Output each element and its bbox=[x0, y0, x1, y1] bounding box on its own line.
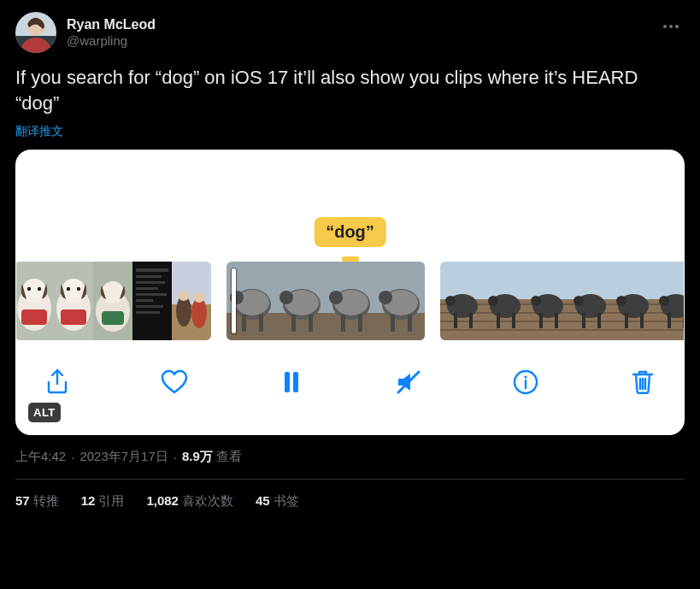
likes-stat[interactable]: 1,082喜欢次数 bbox=[146, 493, 233, 509]
svg-point-103 bbox=[574, 296, 584, 306]
svg-rect-126 bbox=[285, 372, 290, 392]
timeline-frame bbox=[526, 262, 568, 340]
svg-rect-127 bbox=[293, 372, 298, 392]
svg-rect-84 bbox=[497, 313, 500, 328]
media-attachment[interactable]: “dog” bbox=[15, 150, 685, 435]
clip-group[interactable] bbox=[440, 262, 684, 340]
timeline-frame bbox=[93, 262, 132, 340]
tweet-header: Ryan McLeod @warpling bbox=[15, 12, 685, 53]
svg-point-5 bbox=[669, 25, 673, 28]
svg-rect-30 bbox=[136, 305, 163, 308]
svg-point-123 bbox=[659, 296, 669, 306]
svg-rect-31 bbox=[136, 311, 160, 314]
svg-rect-125 bbox=[683, 313, 684, 328]
svg-rect-26 bbox=[136, 281, 165, 284]
svg-rect-94 bbox=[539, 313, 543, 328]
svg-point-4 bbox=[663, 25, 667, 28]
like-button[interactable] bbox=[156, 363, 193, 401]
pause-button[interactable] bbox=[273, 363, 310, 401]
timeline-frame bbox=[654, 262, 684, 340]
timeline-frame bbox=[16, 262, 54, 340]
svg-rect-85 bbox=[512, 313, 515, 328]
svg-point-37 bbox=[194, 292, 204, 303]
author-block[interactable]: Ryan McLeod @warpling bbox=[15, 12, 156, 53]
svg-rect-104 bbox=[582, 313, 585, 328]
svg-point-21 bbox=[102, 281, 124, 303]
tweet-meta[interactable]: 上午4:42 · 2023年7月17日 · 8.9万 查看 bbox=[15, 449, 685, 480]
meta-view-label: 查看 bbox=[216, 449, 242, 465]
timeline-frame bbox=[483, 262, 526, 340]
svg-point-83 bbox=[488, 296, 498, 306]
timeline-frame bbox=[375, 262, 425, 340]
handle[interactable]: @warpling bbox=[67, 32, 156, 50]
svg-rect-115 bbox=[640, 313, 644, 328]
svg-rect-29 bbox=[136, 299, 153, 302]
svg-point-73 bbox=[445, 296, 456, 306]
svg-rect-43 bbox=[242, 315, 246, 332]
svg-rect-51 bbox=[309, 315, 313, 332]
svg-point-49 bbox=[279, 291, 293, 304]
meta-time: 上午4:42 bbox=[15, 449, 66, 465]
caption-bubble: “dog” bbox=[314, 217, 386, 247]
svg-point-16 bbox=[67, 287, 70, 291]
svg-rect-12 bbox=[21, 309, 47, 325]
more-button[interactable] bbox=[657, 12, 685, 37]
svg-rect-74 bbox=[454, 313, 457, 328]
meta-view-count: 8.9万 bbox=[182, 449, 213, 465]
svg-point-35 bbox=[179, 291, 189, 301]
svg-rect-22 bbox=[102, 311, 124, 325]
timeline-frame bbox=[276, 262, 326, 340]
svg-rect-75 bbox=[469, 313, 473, 328]
svg-rect-24 bbox=[136, 268, 168, 272]
svg-rect-28 bbox=[136, 293, 167, 296]
svg-rect-18 bbox=[61, 309, 86, 325]
timeline-frame bbox=[54, 262, 93, 340]
svg-rect-114 bbox=[625, 313, 628, 328]
display-name[interactable]: Ryan McLeod bbox=[67, 16, 156, 32]
svg-point-93 bbox=[531, 296, 541, 306]
alt-badge[interactable]: ALT bbox=[28, 403, 61, 422]
timeline-frame bbox=[611, 262, 654, 340]
timeline-frame bbox=[172, 262, 211, 340]
mute-button[interactable] bbox=[390, 363, 427, 401]
svg-rect-95 bbox=[555, 313, 558, 328]
delete-button[interactable] bbox=[624, 363, 662, 401]
svg-point-63 bbox=[379, 291, 392, 304]
svg-point-11 bbox=[38, 287, 41, 291]
svg-rect-50 bbox=[291, 315, 296, 332]
tweet-stats: 57转推 12引用 1,082喜欢次数 45书签 bbox=[15, 480, 685, 509]
bookmarks-stat[interactable]: 45书签 bbox=[256, 493, 299, 509]
media-toolbar bbox=[16, 340, 684, 434]
tweet-container: Ryan McLeod @warpling If you search for … bbox=[0, 0, 700, 589]
svg-point-56 bbox=[329, 291, 343, 304]
svg-rect-64 bbox=[391, 315, 395, 332]
retweets-stat[interactable]: 57转推 bbox=[15, 493, 59, 509]
avatar[interactable] bbox=[15, 12, 56, 53]
svg-point-130 bbox=[524, 376, 526, 379]
svg-rect-25 bbox=[136, 275, 162, 278]
info-button[interactable] bbox=[507, 363, 544, 401]
svg-point-15 bbox=[62, 279, 85, 303]
video-timeline[interactable] bbox=[16, 262, 684, 340]
timeline-frame bbox=[440, 262, 483, 340]
svg-point-6 bbox=[675, 25, 679, 28]
svg-rect-57 bbox=[341, 315, 345, 332]
meta-date: 2023年7月17日 bbox=[79, 449, 168, 465]
share-button[interactable] bbox=[38, 363, 76, 401]
svg-point-10 bbox=[27, 287, 31, 291]
svg-rect-58 bbox=[358, 315, 362, 332]
clip-group[interactable] bbox=[226, 262, 425, 340]
timeline-frame bbox=[132, 262, 172, 340]
svg-point-9 bbox=[22, 279, 46, 303]
svg-point-17 bbox=[77, 287, 80, 291]
translate-link[interactable]: 翻译推文 bbox=[15, 124, 63, 139]
svg-rect-105 bbox=[597, 313, 601, 328]
timeline-frame bbox=[568, 262, 611, 340]
svg-rect-124 bbox=[668, 313, 671, 328]
svg-rect-44 bbox=[259, 315, 263, 332]
quotes-stat[interactable]: 12引用 bbox=[81, 493, 125, 509]
svg-rect-27 bbox=[136, 287, 158, 290]
playhead-cursor[interactable] bbox=[232, 268, 236, 333]
clip-group[interactable] bbox=[16, 262, 211, 340]
tweet-text: If you search for “dog” on iOS 17 it’ll … bbox=[15, 65, 685, 115]
